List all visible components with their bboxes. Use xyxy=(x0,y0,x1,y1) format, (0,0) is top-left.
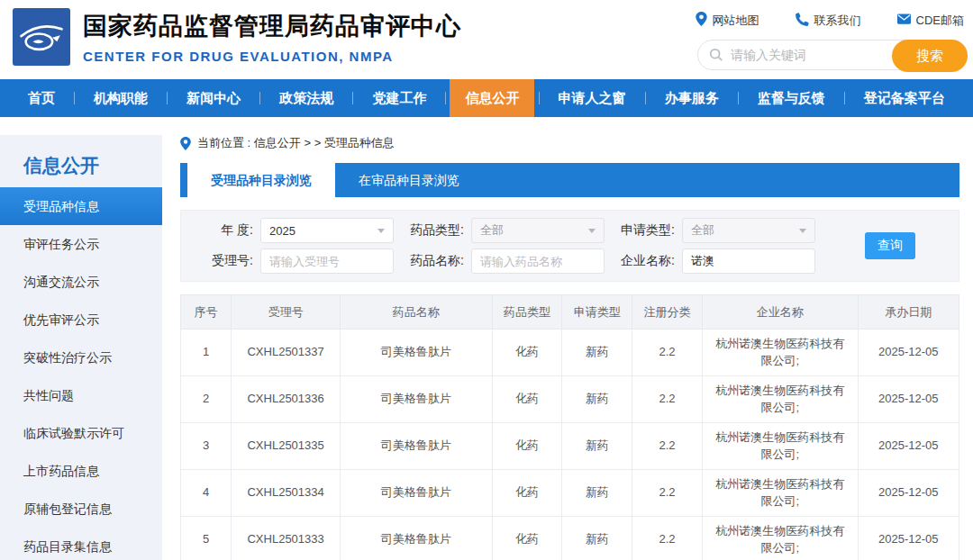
query-button[interactable]: 查询 xyxy=(865,232,915,259)
nav-item-3[interactable]: 新闻中心 xyxy=(171,79,256,117)
table-row: 3CXHL2501335司美格鲁肽片化药新药2.2杭州诺澳生物医药科技有限公司;… xyxy=(181,423,959,470)
site-titles: 国家药品监督管理局药品审评中心 CENTER FOR DRUG EVALUATI… xyxy=(83,10,461,64)
table-cell: CXHL2501334 xyxy=(232,470,341,517)
table-cell: 司美格鲁肽片 xyxy=(341,423,492,470)
year-select[interactable]: 2025 xyxy=(260,218,394,243)
tab-bar: 受理品种目录浏览 在审品种目录浏览 xyxy=(180,163,959,197)
nav-item-5[interactable]: 党建工作 xyxy=(357,79,441,117)
main-content: 当前位置 : 信息公开 > > 受理品种信息 受理品种目录浏览 在审品种目录浏览… xyxy=(180,135,959,560)
table-row: 4CXHL2501334司美格鲁肽片化药新药2.2杭州诺澳生物医药科技有限公司;… xyxy=(181,470,959,517)
tab-under-review-catalog[interactable]: 在审品种目录浏览 xyxy=(335,163,483,197)
nav-divider xyxy=(352,92,353,104)
nav-item-8[interactable]: 办事服务 xyxy=(650,79,734,117)
chevron-down-icon xyxy=(377,229,385,233)
nav-item-9[interactable]: 监督与反馈 xyxy=(742,79,841,117)
drug-type-label: 药品类型: xyxy=(403,222,464,239)
company-name-input[interactable] xyxy=(682,248,815,274)
table-cell: 2.2 xyxy=(632,423,703,470)
nav-divider xyxy=(844,92,845,104)
sidebar-item-5[interactable]: 突破性治疗公示 xyxy=(0,339,162,376)
table-cell: 司美格鲁肽片 xyxy=(341,376,492,423)
table-cell: 新药 xyxy=(562,330,632,376)
table-cell: 化药 xyxy=(492,330,562,376)
table-cell: CXHL2501336 xyxy=(232,376,341,423)
table-cell: 新药 xyxy=(562,517,632,560)
column-header: 承办日期 xyxy=(858,295,959,330)
table-row: 5CXHL2501333司美格鲁肽片化药新药2.2杭州诺澳生物医药科技有限公司;… xyxy=(181,517,959,560)
nav-divider xyxy=(167,92,168,104)
table-cell: 杭州诺澳生物医药科技有限公司; xyxy=(702,470,858,517)
table-row: 2CXHL2501336司美格鲁肽片化药新药2.2杭州诺澳生物医药科技有限公司;… xyxy=(181,376,959,423)
table-cell: 化药 xyxy=(492,423,562,470)
search-button[interactable]: 搜索 xyxy=(892,40,968,72)
table-cell: 杭州诺澳生物医药科技有限公司; xyxy=(702,330,858,376)
column-header: 受理号 xyxy=(232,295,341,330)
search-icon xyxy=(709,48,723,62)
search-bar: 搜索 xyxy=(697,40,968,70)
quick-link-label: CDE邮箱 xyxy=(916,13,964,29)
site-header: 国家药品监督管理局药品审评中心 CENTER FOR DRUG EVALUATI… xyxy=(0,0,973,79)
sidebar-item-9[interactable]: 原辅包登记信息 xyxy=(0,490,162,528)
nav-item-6[interactable]: 信息公开 xyxy=(450,79,534,117)
nav-item-4[interactable]: 政策法规 xyxy=(264,79,349,117)
nav-divider xyxy=(738,92,739,104)
nav-item-10[interactable]: 登记备案平台 xyxy=(849,79,960,117)
accept-no-label: 受理号: xyxy=(192,253,253,269)
sidebar-item-3[interactable]: 沟通交流公示 xyxy=(0,263,162,301)
table-cell: 2025-12-05 xyxy=(858,330,959,376)
sidebar-item-4[interactable]: 优先审评公示 xyxy=(0,301,162,339)
table-cell: 1 xyxy=(181,330,232,376)
drug-name-input[interactable] xyxy=(471,248,605,274)
accept-no-input[interactable] xyxy=(260,248,394,274)
table-cell: CXHL2501333 xyxy=(232,517,341,560)
table-cell: 2025-12-05 xyxy=(858,470,959,517)
quick-link-3[interactable]: CDE邮箱 xyxy=(897,13,964,29)
mail-icon xyxy=(897,14,911,27)
nav-item-1[interactable]: 首页 xyxy=(13,79,70,117)
table-cell: 司美格鲁肽片 xyxy=(341,517,492,560)
table-cell: 5 xyxy=(181,517,232,560)
quick-links: 网站地图联系我们CDE邮箱 xyxy=(696,12,964,29)
quick-link-label: 联系我们 xyxy=(814,13,861,29)
column-header: 药品类型 xyxy=(492,295,562,330)
table-cell: 2.2 xyxy=(632,376,703,423)
table-cell: CXHL2501337 xyxy=(232,330,341,376)
sidebar-item-6[interactable]: 共性问题 xyxy=(0,376,162,414)
nav-item-7[interactable]: 申请人之窗 xyxy=(543,79,641,117)
company-name-label: 企业名称: xyxy=(614,253,675,269)
table-cell: 3 xyxy=(181,423,232,470)
column-header: 注册分类 xyxy=(632,295,703,330)
filter-panel: 年 度: 2025 药品类型: 全部 申请类型: 全部 xyxy=(180,210,959,282)
quick-link-label: 网站地图 xyxy=(713,13,759,29)
chevron-down-icon xyxy=(588,229,596,233)
fish-logo-icon xyxy=(18,18,65,56)
page: 国家药品监督管理局药品审评中心 CENTER FOR DRUG EVALUATI… xyxy=(0,0,973,560)
sidebar-item-1[interactable]: 受理品种信息 xyxy=(0,187,162,225)
table-cell: 杭州诺澳生物医药科技有限公司; xyxy=(702,376,858,423)
quick-link-1[interactable]: 网站地图 xyxy=(696,12,759,29)
nav-item-2[interactable]: 机构职能 xyxy=(78,79,163,117)
sidebar-item-8[interactable]: 上市药品信息 xyxy=(0,452,162,490)
table-header: 序号受理号药品名称药品类型申请类型注册分类企业名称承办日期 xyxy=(181,295,959,330)
table-row: 1CXHL2501337司美格鲁肽片化药新药2.2杭州诺澳生物医药科技有限公司;… xyxy=(181,330,959,376)
year-label: 年 度: xyxy=(192,222,253,239)
table-cell: 2.2 xyxy=(632,330,703,376)
table-cell: 2025-12-05 xyxy=(858,517,959,560)
apply-type-select[interactable]: 全部 xyxy=(682,218,815,243)
tab-accepted-catalog[interactable]: 受理品种目录浏览 xyxy=(187,163,335,197)
site-title: 国家药品监督管理局药品审评中心 xyxy=(83,10,461,42)
drug-type-select[interactable]: 全部 xyxy=(471,218,605,243)
table-cell: 杭州诺澳生物医药科技有限公司; xyxy=(702,423,858,470)
results-table: 序号受理号药品名称药品类型申请类型注册分类企业名称承办日期 1CXHL25013… xyxy=(180,294,959,560)
column-header: 申请类型 xyxy=(562,295,632,330)
site-subtitle: CENTER FOR DRUG EVALUATION, NMPA xyxy=(83,49,461,64)
sidebar-item-10[interactable]: 药品目录集信息 xyxy=(0,528,162,560)
sidebar-item-7[interactable]: 临床试验默示许可 xyxy=(0,414,162,452)
nav-divider xyxy=(645,92,646,104)
table-cell: 新药 xyxy=(562,376,632,423)
column-header: 药品名称 xyxy=(341,295,492,330)
sidebar-item-2[interactable]: 审评任务公示 xyxy=(0,225,162,263)
table-cell: 新药 xyxy=(562,423,632,470)
quick-link-2[interactable]: 联系我们 xyxy=(796,13,861,29)
table-cell: 杭州诺澳生物医药科技有限公司; xyxy=(702,517,858,560)
